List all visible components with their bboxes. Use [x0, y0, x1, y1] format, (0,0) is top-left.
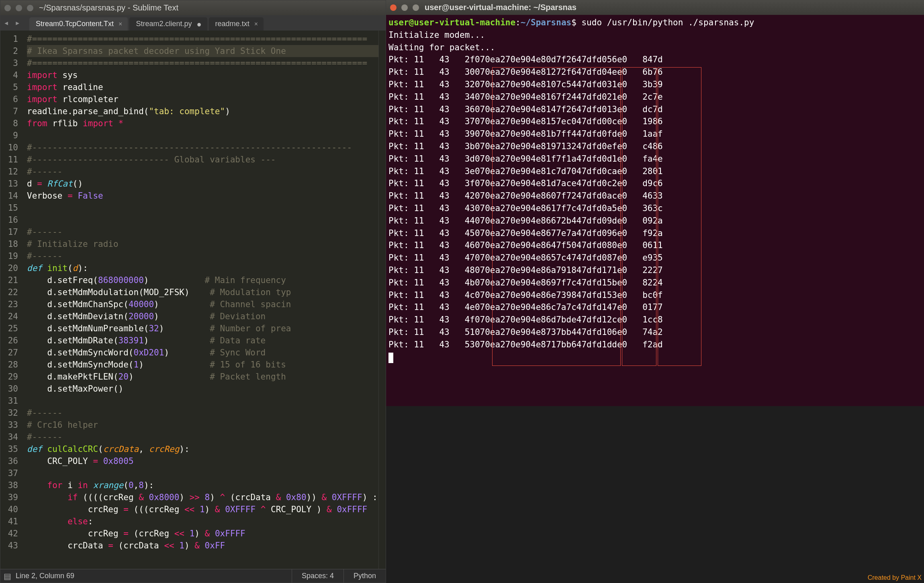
code-line[interactable]: if ((((crcReg & 0x8000) >> 8) ^ (crcData… — [27, 491, 378, 503]
code-line[interactable]: #=======================================… — [27, 33, 378, 45]
close-icon[interactable] — [4, 5, 11, 11]
code-line[interactable]: crcReg = (((crcReg << 1) & 0XFFFF ^ CRC_… — [27, 503, 378, 515]
packet-line: Pkt: 11 43 4b070ea270e904e8697f7c47dfd15… — [388, 277, 922, 289]
code-line[interactable]: d.setMdmDeviatn(20000) # Deviation — [27, 310, 378, 322]
line-number: 7 — [0, 105, 18, 117]
code-view[interactable]: #=======================================… — [25, 31, 378, 569]
code-line[interactable]: #=======================================… — [27, 57, 378, 69]
line-number: 22 — [0, 286, 18, 298]
code-line[interactable]: readline.parse_and_bind("tab: complete") — [27, 105, 378, 117]
code-line[interactable]: # Crc16 helper — [27, 419, 378, 431]
packet-line: Pkt: 11 43 3f070ea270e904e81d7ace47dfd0c… — [388, 177, 922, 190]
nav-back-icon[interactable]: ◂ — [4, 18, 12, 27]
line-number: 18 — [0, 238, 18, 250]
line-number: 8 — [0, 117, 18, 129]
code-line[interactable]: #------ — [27, 431, 378, 443]
code-line[interactable]: d.setMdmModulation(MOD_2FSK) # Modulatio… — [27, 286, 378, 298]
code-line[interactable]: Verbose = False — [27, 190, 378, 202]
packet-line: Pkt: 11 43 48070ea270e904e86a791847dfd17… — [388, 264, 922, 277]
code-line[interactable]: #--------------------------- Global vari… — [27, 154, 378, 166]
code-line[interactable]: import readline — [27, 81, 378, 93]
tab[interactable]: Stream2.client.py● — [129, 17, 207, 31]
code-line[interactable]: d.setMdmSyncMode(1) # 15 of 16 bits — [27, 359, 378, 371]
code-line[interactable]: d.setMdmChanSpc(40000) # Channel spacin — [27, 298, 378, 310]
code-line[interactable]: import rlcompleter — [27, 93, 378, 105]
code-line[interactable]: d.setFreq(868000000) # Main frequency — [27, 274, 378, 286]
close-icon[interactable] — [390, 4, 397, 11]
code-line[interactable]: #------ — [27, 250, 378, 262]
terminal-window: user@user-virtual-machine: ~/Sparsnas us… — [386, 0, 924, 406]
tab[interactable]: readme.txt× — [209, 17, 264, 31]
code-line[interactable]: d.setMaxPower() — [27, 383, 378, 395]
line-number: 31 — [0, 395, 18, 407]
code-line[interactable]: import sys — [27, 69, 378, 81]
cursor-icon — [388, 353, 393, 363]
code-line[interactable]: def init(d): — [27, 262, 378, 274]
code-line[interactable]: # Initialize radio — [27, 238, 378, 250]
code-line[interactable] — [27, 467, 378, 479]
maximize-icon[interactable] — [413, 4, 419, 11]
code-line[interactable]: d.makePktFLEN(20) # Packet length — [27, 371, 378, 383]
line-number: 39 — [0, 491, 18, 503]
code-line[interactable]: d = RfCat() — [27, 178, 378, 190]
status-indent[interactable]: Spaces: 4 — [292, 569, 343, 583]
tab[interactable]: Stream0.TcpContent.Txt× — [29, 17, 128, 31]
code-line[interactable]: crcReg = (crcReg << 1) & 0xFFFF — [27, 528, 378, 540]
code-line[interactable]: #------ — [27, 166, 378, 178]
sublime-titlebar[interactable]: ~/Sparsnas/sparsnas.py - Sublime Text — [0, 0, 386, 15]
tab-bar: Stream0.TcpContent.Txt×Stream2.client.py… — [29, 15, 264, 31]
line-number: 14 — [0, 190, 18, 202]
packet-line: Pkt: 11 43 36070ea270e904e8147f2647dfd01… — [388, 103, 922, 116]
packet-line: Pkt: 11 43 4c070ea270e904e86e739847dfd15… — [388, 289, 922, 302]
paint-credit-label: Created by Paint X — [868, 574, 922, 581]
line-number: 36 — [0, 455, 18, 467]
packet-line: Pkt: 11 43 53070ea270e904e8717bb647dfd1d… — [388, 339, 922, 351]
editor-area[interactable]: 1234567891011121314151617181920212223242… — [0, 31, 386, 569]
window-title: ~/Sparsnas/sparsnas.py - Sublime Text — [39, 3, 178, 12]
terminal-output[interactable]: user@user-virtual-machine:~/Sparsnas$ su… — [386, 15, 924, 406]
packet-line: Pkt: 11 43 2f070ea270e904e80d7f2647dfd05… — [388, 53, 922, 66]
code-line[interactable]: #------ — [27, 226, 378, 238]
panel-switch-icon[interactable]: ▤ — [0, 571, 14, 581]
line-number: 37 — [0, 467, 18, 479]
line-number: 43 — [0, 540, 18, 552]
line-number: 24 — [0, 310, 18, 322]
line-number: 27 — [0, 347, 18, 359]
line-number: 29 — [0, 371, 18, 383]
minimap[interactable] — [378, 31, 386, 569]
dirty-icon[interactable]: ● — [197, 23, 202, 26]
code-line[interactable]: #------ — [27, 407, 378, 419]
code-line[interactable]: from rflib import * — [27, 117, 378, 129]
code-line[interactable]: for i in xrange(0,8): — [27, 479, 378, 491]
code-line[interactable]: # Ikea Sparsnas packet decoder using Yar… — [27, 45, 378, 57]
minimize-icon[interactable] — [401, 4, 408, 11]
code-line[interactable]: def culCalcCRC(crcData, crcReg): — [27, 443, 378, 455]
code-line[interactable] — [27, 395, 378, 407]
packet-line: Pkt: 11 43 43070ea270e904e8617f7c47dfd0a… — [388, 202, 922, 215]
terminal-line: Waiting for packet... — [388, 41, 922, 54]
code-line[interactable]: #---------------------------------------… — [27, 142, 378, 154]
code-line[interactable]: d.setMdmDRate(38391) # Data rate — [27, 335, 378, 347]
code-line[interactable]: CRC_POLY = 0x8005 — [27, 455, 378, 467]
code-line[interactable]: d.setMdmSyncWord(0xD201) # Sync Word — [27, 347, 378, 359]
line-number: 41 — [0, 515, 18, 528]
minimize-icon[interactable] — [16, 5, 22, 11]
line-number: 33 — [0, 419, 18, 431]
packet-line: Pkt: 11 43 3d070ea270e904e81f7f1a47dfd0d… — [388, 153, 922, 165]
terminal-line: Initialize modem... — [388, 29, 922, 41]
nav-forward-icon[interactable]: ▸ — [15, 18, 24, 27]
code-line[interactable]: else: — [27, 515, 378, 528]
line-number: 32 — [0, 407, 18, 419]
code-line[interactable]: d.setMdmNumPreamble(32) # Number of prea — [27, 322, 378, 335]
status-language[interactable]: Python — [343, 569, 386, 583]
line-number: 6 — [0, 93, 18, 105]
maximize-icon[interactable] — [27, 5, 33, 11]
code-line[interactable] — [27, 214, 378, 226]
close-tab-icon[interactable]: × — [254, 21, 258, 28]
code-line[interactable] — [27, 129, 378, 142]
close-tab-icon[interactable]: × — [119, 21, 122, 28]
packet-line: Pkt: 11 43 45070ea270e904e8677e7a47dfd09… — [388, 227, 922, 240]
code-line[interactable] — [27, 202, 378, 214]
terminal-titlebar[interactable]: user@user-virtual-machine: ~/Sparsnas — [386, 0, 924, 15]
code-line[interactable]: crcData = (crcData << 1) & 0xFF — [27, 540, 378, 552]
